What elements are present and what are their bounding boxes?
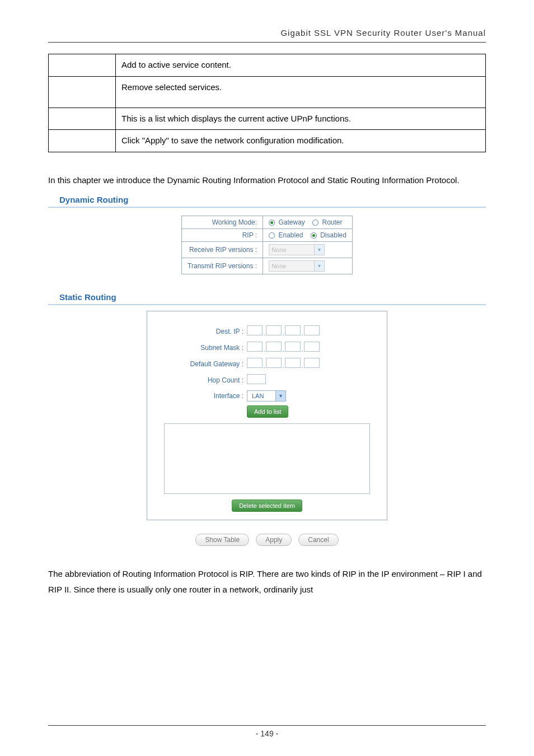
info-cell-right-1: Remove selected services.: [116, 76, 486, 108]
chevron-down-icon: ▾: [275, 391, 285, 401]
rip-enabled-label: Enabled: [278, 231, 303, 239]
chevron-down-icon: ▾: [314, 261, 324, 271]
info-cell-right-2: This is a list which displays the curren…: [116, 108, 486, 130]
info-cell-left-2: [49, 108, 116, 130]
intro-paragraph: In this chapter we introduce the Dynamic…: [48, 172, 486, 188]
page-header-title: Gigabit SSL VPN Security Router User's M…: [48, 28, 486, 43]
interface-select[interactable]: LAN ▾: [247, 390, 286, 402]
info-cell-left-1: [49, 76, 116, 108]
info-cell-right-3: Click "Apply" to save the network config…: [116, 130, 486, 152]
static-routing-panel: Dest. IP : ... Subnet Mask : ... Default…: [147, 311, 387, 520]
gateway-octet-4[interactable]: [304, 358, 320, 368]
hop-count-input[interactable]: [247, 374, 266, 384]
info-cell-left-3: [49, 130, 116, 152]
default-gateway-label: Default Gateway :: [157, 360, 247, 368]
dest-ip-octet-1[interactable]: [247, 325, 263, 335]
transmit-rip-label: Transmit RIP versions :: [182, 258, 263, 274]
rip-enabled-radio[interactable]: [269, 232, 275, 239]
show-table-button[interactable]: Show Table: [195, 534, 249, 546]
gateway-radio-label: Gateway: [278, 218, 305, 226]
cancel-button[interactable]: Cancel: [298, 534, 338, 546]
gateway-octet-3[interactable]: [285, 358, 301, 368]
delete-selected-button[interactable]: Delete selected item: [232, 500, 302, 512]
dest-ip-octet-3[interactable]: [285, 325, 301, 335]
gateway-radio[interactable]: [269, 220, 275, 226]
dest-ip-octet-4[interactable]: [304, 325, 320, 335]
gateway-octet-2[interactable]: [266, 358, 282, 368]
interface-value: LAN: [247, 393, 275, 399]
static-routing-heading: Static Routing: [48, 292, 486, 305]
dest-ip-octet-2[interactable]: [266, 325, 282, 335]
interface-label: Interface :: [157, 392, 247, 400]
dynamic-routing-heading: Dynamic Routing: [48, 195, 486, 208]
chevron-down-icon: ▾: [314, 245, 324, 255]
working-mode-label: Working Mode:: [182, 216, 263, 228]
rip-label: RIP :: [182, 228, 263, 241]
routing-list[interactable]: [164, 423, 370, 494]
router-radio-label: Router: [322, 218, 343, 226]
info-cell-left-0: [49, 54, 116, 77]
transmit-rip-value: None: [269, 263, 314, 269]
info-table: Add to active service content. Remove se…: [48, 54, 486, 152]
rip-disabled-label: Disabled: [320, 231, 346, 239]
subnet-octet-1[interactable]: [247, 342, 263, 352]
receive-rip-label: Receive RIP versions :: [182, 241, 263, 258]
add-to-list-button[interactable]: Add to list: [247, 405, 288, 418]
dynamic-routing-table: Working Mode: Gateway Router RIP : Enabl…: [181, 216, 353, 274]
footer-paragraph: The abbreviation of Routing Information …: [48, 566, 486, 598]
router-radio[interactable]: [312, 220, 318, 226]
subnet-octet-2[interactable]: [266, 342, 282, 352]
rip-disabled-radio[interactable]: [311, 232, 317, 239]
receive-rip-value: None: [269, 246, 314, 253]
info-cell-right-0: Add to active service content.: [116, 54, 486, 77]
receive-rip-select: None ▾: [269, 244, 325, 255]
gateway-octet-1[interactable]: [247, 358, 263, 368]
subnet-octet-3[interactable]: [285, 342, 301, 352]
apply-button[interactable]: Apply: [256, 534, 292, 546]
transmit-rip-select: None ▾: [269, 260, 325, 272]
subnet-mask-label: Subnet Mask :: [157, 344, 247, 352]
subnet-octet-4[interactable]: [304, 342, 320, 352]
hop-count-label: Hop Count :: [157, 376, 247, 384]
dest-ip-label: Dest. IP :: [157, 328, 247, 335]
page-number: - 149 -: [48, 725, 486, 738]
